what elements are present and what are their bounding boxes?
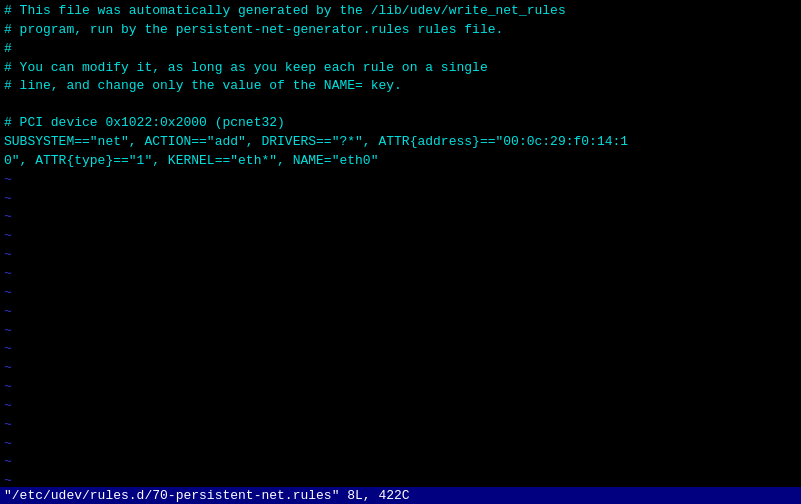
editor-line: ~ [4,265,797,284]
editor-line: ~ [4,416,797,435]
editor-line: ~ [4,340,797,359]
editor-line: ~ [4,359,797,378]
editor-line: ~ [4,227,797,246]
editor-line: ~ [4,303,797,322]
editor-content[interactable]: # This file was automatically generated … [0,0,801,487]
status-bar: "/etc/udev/rules.d/70-persistent-net.rul… [0,487,801,504]
editor-line: SUBSYSTEM=="net", ACTION=="add", DRIVERS… [4,133,797,152]
editor-line: ~ [4,453,797,472]
editor-line: # You can modify it, as long as you keep… [4,59,797,78]
editor-line: ~ [4,435,797,454]
editor-line: # [4,40,797,59]
editor-line: 0", ATTR{type}=="1", KERNEL=="eth*", NAM… [4,152,797,171]
editor-line: ~ [4,284,797,303]
editor-line: ~ [4,397,797,416]
editor-line: ~ [4,190,797,209]
editor-line: ~ [4,246,797,265]
editor-container: # This file was automatically generated … [0,0,801,504]
editor-line: # program, run by the persistent-net-gen… [4,21,797,40]
editor-line: ~ [4,171,797,190]
editor-line: ~ [4,322,797,341]
editor-line: ~ [4,472,797,487]
editor-line: # This file was automatically generated … [4,2,797,21]
editor-line: ~ [4,208,797,227]
editor-line: # PCI device 0x1022:0x2000 (pcnet32) [4,114,797,133]
editor-line: ~ [4,378,797,397]
editor-line: # line, and change only the value of the… [4,77,797,96]
editor-line [4,96,797,114]
